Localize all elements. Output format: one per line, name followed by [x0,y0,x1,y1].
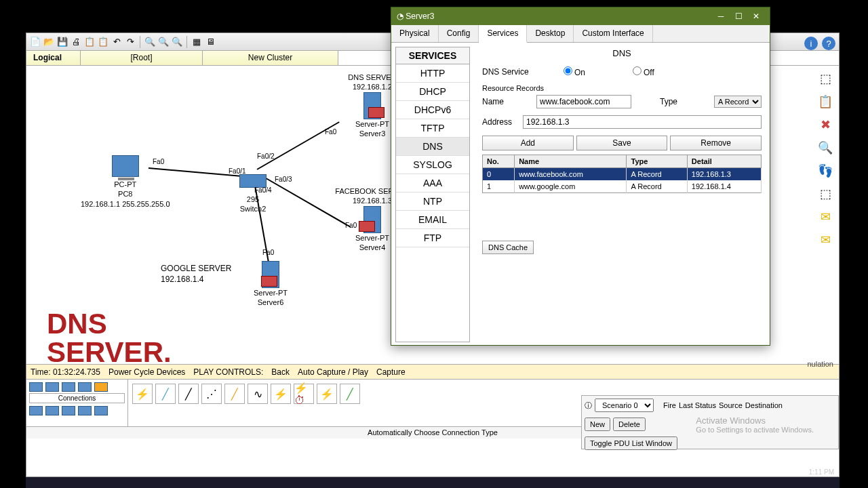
record-name-input[interactable] [536,95,631,108]
palette-icon[interactable]: ▦ [191,36,203,48]
last-status-header: Last Status [679,401,716,409]
simple-pdu-icon[interactable]: ✉ [817,209,833,226]
auto-connect-icon[interactable]: ⚡ [132,384,153,404]
resize-tool-icon[interactable]: 👣 [817,163,833,180]
wireless-category-icon[interactable] [78,382,92,392]
dns-on-radio[interactable] [564,66,572,75]
complex-pdu-icon[interactable]: ✉ [817,232,833,249]
custom-category-icon[interactable] [78,406,92,415]
undo-icon[interactable]: ↶ [111,36,123,48]
scenario-new-button[interactable]: New [585,418,610,431]
view-logical-tab[interactable]: Logical [26,51,81,65]
service-dhcp[interactable]: DHCP [396,83,469,101]
note-tool-icon[interactable]: 📋 [817,94,833,110]
new-file-icon[interactable]: 📄 [29,36,41,48]
remove-record-button[interactable]: Remove [670,136,762,150]
connection-category-icon[interactable] [94,382,108,392]
draw-tool-icon[interactable]: ⬚ [817,186,833,203]
tab-custom-interface[interactable]: Custom Interface [574,25,652,42]
back-button[interactable]: Back [271,367,290,377]
copy-icon[interactable]: 📋 [83,36,96,48]
custom-device-icon[interactable]: 🖥 [204,36,216,48]
save-icon[interactable]: 💾 [56,36,68,48]
capture-button[interactable]: Capture [376,367,406,377]
open-icon[interactable]: 📂 [43,36,55,48]
maximize-icon[interactable]: ☐ [730,9,747,23]
add-record-button[interactable]: Add [482,136,574,150]
octal-cable-icon[interactable]: ╱ [340,384,360,404]
service-dhcpv6[interactable]: DHCPv6 [396,101,469,119]
zoom-reset-icon[interactable]: 🔍 [157,36,170,48]
resource-records-label: Resource Records [482,84,762,92]
destination-header: Destination [745,401,783,409]
save-record-button[interactable]: Save [576,136,668,150]
service-ntp[interactable]: NTP [396,192,469,211]
col-type: Type [627,155,687,168]
tab-services[interactable]: Services [479,25,527,43]
delete-tool-icon[interactable]: ✖ [817,117,833,134]
service-aaa[interactable]: AAA [396,174,469,192]
device-server6[interactable]: Server-PT Server6 [230,261,311,308]
breadcrumb-root[interactable]: [Root] [81,51,203,65]
serial-dce-icon[interactable]: ⚡⏱ [294,384,314,404]
auto-capture-button[interactable]: Auto Capture / Play [298,367,368,377]
server-category-icon[interactable] [45,406,59,415]
scenario-delete-button[interactable]: Delete [613,418,646,431]
new-cluster-button[interactable]: New Cluster [203,51,338,65]
service-ftp[interactable]: FTP [396,229,469,247]
redo-icon[interactable]: ↷ [124,36,136,48]
multiuser-category-icon[interactable] [94,406,108,415]
inspect-tool-icon[interactable]: 🔍 [817,140,833,157]
print-icon[interactable]: 🖨 [70,36,82,48]
service-dns[interactable]: DNS [396,138,469,156]
phone-cable-icon[interactable]: ∿ [248,384,268,404]
scenario-dropdown[interactable]: Scenario 0 [595,399,654,412]
select-tool-icon[interactable]: ⬚ [817,71,833,87]
service-syslog[interactable]: SYSLOG [396,156,469,174]
dialog-titlebar[interactable]: ◔ Server3 ─ ☐ ✕ [391,7,770,25]
serial-dte-icon[interactable]: ⚡ [317,384,337,404]
power-cycle-button[interactable]: Power Cycle Devices [108,367,185,377]
coax-cable-icon[interactable]: ⚡ [271,384,291,404]
dns-off-radio[interactable] [633,66,642,75]
service-http[interactable]: HTTP [396,64,469,83]
fiber-cable-icon[interactable]: ╱ [224,384,245,404]
record-type-select[interactable]: A Record [714,96,762,108]
pc-category-icon[interactable] [29,406,43,415]
tab-config[interactable]: Config [439,25,479,42]
source-header: Source [719,401,743,409]
windows-taskbar[interactable] [26,477,840,488]
dns-config-panel: DNS DNS Service On Off Resource Records … [474,43,770,346]
google-server-label: GOOGLE SERVER 192.168.1.4 [161,264,231,285]
switch-category-icon[interactable] [45,382,59,392]
info-icon[interactable]: ⓘ [585,401,592,411]
minimize-icon[interactable]: ─ [713,9,729,23]
close-icon[interactable]: ✕ [748,9,764,23]
service-email[interactable]: EMAIL [396,211,469,229]
dns-cache-button[interactable]: DNS Cache [482,241,534,254]
tab-desktop[interactable]: Desktop [527,25,574,42]
record-address-input[interactable] [523,115,762,129]
router-category-icon[interactable] [29,382,43,392]
info-button-icon[interactable]: i [804,37,818,50]
console-cable-icon[interactable]: ╱ [155,384,176,404]
right-toolbar: ⬚ 📋 ✖ 🔍 👣 ⬚ ✉ ✉ [814,71,836,249]
zoom-out-icon[interactable]: 🔍 [171,36,183,48]
port-fa02: Fa0/2 [257,152,275,160]
service-tftp[interactable]: TFTP [396,119,469,138]
paste-icon[interactable]: 📋 [97,36,109,48]
crossover-cable-icon[interactable]: ⋰ [201,384,222,404]
port-label: Fa0 [345,222,357,229]
table-row[interactable]: 1 www.google.com A Record 192.168.1.4 [483,180,762,193]
dns-records-table[interactable]: No. Name Type Detail 0 www.facebook.com … [482,155,762,193]
table-row[interactable]: 0 www.facebook.com A Record 192.168.1.3 [483,168,762,181]
straight-cable-icon[interactable]: ╱ [178,384,199,404]
tab-physical[interactable]: Physical [391,25,439,42]
dns-panel-title: DNS [482,48,762,58]
zoom-in-icon[interactable]: 🔍 [144,36,156,48]
help-button-icon[interactable]: ? [822,37,835,50]
toggle-pdu-button[interactable]: Toggle PDU List Window [585,436,677,450]
hub-category-icon[interactable] [62,382,75,392]
play-controls-label: PLAY CONTROLS: [193,367,263,377]
cloud-category-icon[interactable] [62,406,75,415]
